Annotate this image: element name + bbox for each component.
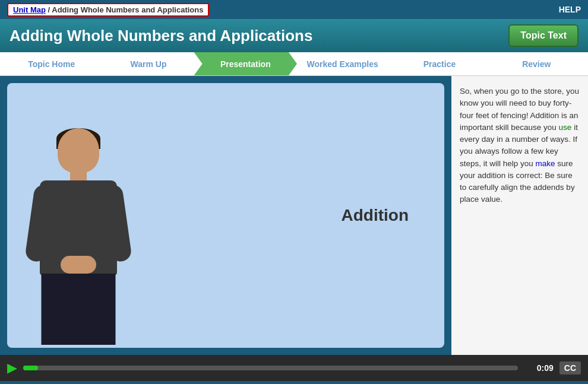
title-bar: Adding Whole Numbers and Applications To… [0, 19, 588, 52]
play-icon: ▶ [7, 360, 17, 375]
progress-fill [23, 366, 38, 370]
side-panel: So, when you go to the store, you know y… [451, 76, 588, 355]
person-silhouette [25, 128, 132, 348]
breadcrumb-separator: / [46, 5, 52, 14]
tab-warm-up[interactable]: Warm Up [97, 52, 200, 75]
topic-text-button[interactable]: Topic Text [508, 24, 578, 47]
tab-practice[interactable]: Practice [388, 52, 491, 75]
person-hands [61, 256, 96, 274]
presenter-figure [19, 122, 138, 348]
cc-button[interactable]: CC [559, 361, 581, 375]
nav-tabs: Topic Home Warm Up Presentation Worked E… [0, 52, 588, 76]
side-panel-text: So, when you go to the store, you know y… [460, 85, 580, 206]
unit-map-link[interactable]: Unit Map [13, 5, 46, 14]
play-button[interactable]: ▶ [7, 360, 17, 376]
breadcrumb-current: Adding Whole Numbers and Applications [52, 5, 203, 14]
help-button[interactable]: HELP [559, 5, 581, 14]
video-area: Addition [0, 76, 451, 355]
top-bar: Unit Map / Adding Whole Numbers and Appl… [0, 0, 588, 19]
video-frame: Addition [7, 83, 444, 348]
person-head [58, 128, 99, 173]
main-content: Addition So, when you go to the store, y… [0, 76, 588, 355]
page-title: Adding Whole Numbers and Applications [10, 27, 312, 45]
progress-bar[interactable] [23, 366, 518, 370]
tab-presentation[interactable]: Presentation [194, 52, 297, 75]
highlight-make: make [536, 159, 555, 168]
tab-topic-home[interactable]: Topic Home [0, 52, 103, 75]
control-bar: ▶ 0:09 CC [0, 355, 588, 381]
time-display: 0:09 [524, 363, 554, 373]
tab-worked-examples[interactable]: Worked Examples [291, 52, 394, 75]
breadcrumb[interactable]: Unit Map / Adding Whole Numbers and Appl… [7, 3, 209, 17]
tab-review[interactable]: Review [485, 52, 588, 75]
person-pants [42, 274, 116, 345]
slide-title: Addition [341, 206, 409, 225]
highlight-use: use [559, 123, 572, 132]
